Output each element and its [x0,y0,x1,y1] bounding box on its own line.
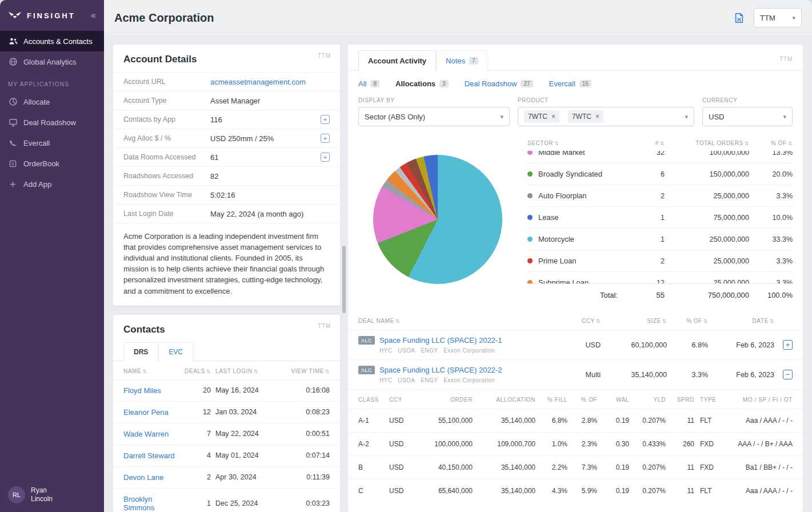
product-select[interactable]: 7WTC × 7WTC × ▾ [518,107,694,126]
col-label: # [655,140,659,146]
col-header-ccy[interactable]: CCY [389,397,417,403]
col-header-order[interactable]: Order [417,397,473,403]
page-title: Acme Corporation [114,11,214,25]
contact-name-link[interactable]: Brooklyn Simmons [123,495,179,512]
tranche-ccy: USD [389,417,417,425]
filter-label: Allocations [395,79,435,88]
col-header-sector[interactable]: Sector⇅ [527,140,633,146]
col-header-wal[interactable]: WAL [597,397,629,403]
add-metric-button[interactable]: + [321,153,330,162]
col-header-pct-of[interactable]: % of⇅ [749,140,793,146]
collapse-deal-button[interactable]: − [783,370,793,379]
filter-all[interactable]: All 8 [358,79,379,88]
period-select[interactable]: TTM ▾ [754,8,802,27]
scrollbar-thumb[interactable] [342,246,346,313]
account-url-link[interactable]: acmeassetmanagement.com [210,78,306,86]
tab-notes[interactable]: Notes 7 [436,50,488,71]
tab-evc[interactable]: EVC [158,342,193,361]
export-xls-button[interactable] [734,13,745,23]
contact-row: Darrell Steward 4 May 01, 2024 0:07:14 [113,445,340,466]
col-label: CCY [389,397,402,403]
sector-count: 1 [633,214,665,222]
col-header-ccy[interactable]: CCY⇅ [565,318,601,324]
filter-label: All [358,79,366,88]
tranche-pct: 7.3% [567,463,597,471]
col-header-deals[interactable]: Deals⇅ [182,368,211,374]
deal-ccy: USD [565,341,601,349]
tranche-type: FXD [694,440,726,448]
chevron-down-icon: ▾ [783,113,786,121]
sidebar-item-global-analytics[interactable]: Global Analytics [0,51,104,72]
col-header-sprd[interactable]: SPRD [666,397,694,403]
col-header-type[interactable]: Type [694,397,726,403]
remove-chip-icon[interactable]: × [595,113,599,120]
col-header-allocation[interactable]: Allocation [473,397,535,403]
detail-label: Avg Alloc $ / % [123,134,210,142]
sector-table-header: Sector⇅ #⇅ Total Orders⇅ % of⇅ [527,138,793,151]
detail-label: Roadshows Accessed [123,172,210,180]
contact-name-link[interactable]: Eleanor Pena [123,408,179,417]
col-header-name[interactable]: Name⇅ [123,368,179,374]
col-header-pct-of[interactable]: % of [567,397,597,403]
deal-type-badge: ALC [358,366,375,374]
deal-name-link[interactable]: Space Funding LLC (SPACE) 2022-2 [379,366,502,374]
sector-row: Lease 1 75,000,000 10.0% [527,207,793,229]
sector-name: Broadly Syndicated [538,170,602,178]
contact-name-link[interactable]: Devon Lane [123,473,179,482]
contact-row: Wade Warren 7 May 22, 2024 0:00:51 [113,423,340,445]
col-header-total-orders[interactable]: Total Orders⇅ [665,140,749,146]
filter-evercall[interactable]: Evercall 15 [549,79,591,88]
detail-label: Data Rooms Accessed [123,153,210,161]
remove-chip-icon[interactable]: × [551,113,555,120]
col-header-yld[interactable]: YLD [629,397,666,403]
col-label: Sector [527,140,553,146]
sidebar-item-accounts-contacts[interactable]: Accounts & Contacts [0,31,104,51]
filter-allocations[interactable]: Allocations 3 [395,79,449,88]
main-area: Acme Corporation TTM ▾ TTM Account Detai… [104,0,812,512]
col-header-view-time[interactable]: View Time⇅ [286,368,330,374]
contact-name-link[interactable]: Wade Warren [123,430,179,438]
col-header-pct-of[interactable]: % of⇅ [667,318,708,324]
sidebar-item-orderbook[interactable]: S OrderBook [0,153,104,174]
brand-name: FINSIGHT [27,11,75,20]
col-header-fill[interactable]: % Fill [535,397,567,403]
contact-name-link[interactable]: Floyd Miles [123,386,179,395]
sidebar-item-allocate[interactable]: Allocate [0,91,104,112]
tranche-class: A-1 [358,417,389,425]
col-header-count[interactable]: #⇅ [633,140,665,146]
deal-type-badge: ALC [358,336,375,345]
col-header-size[interactable]: Size⇅ [601,318,667,324]
plus-icon: + [786,341,790,349]
tab-drs[interactable]: DRS [123,342,158,361]
add-metric-button[interactable]: + [321,115,330,124]
deal-name-link[interactable]: Space Funding LLC (SPACE) 2022-1 [379,336,502,345]
tranche-wal: 0.19 [597,487,629,495]
detail-value: 116 [210,115,222,124]
filter-deal-roadshow[interactable]: Deal Roadshow 27 [465,79,533,88]
tranche-type: FXD [694,463,726,471]
expand-deal-button[interactable]: + [783,340,793,350]
detail-label: Roadshow View Time [123,191,210,199]
sidebar-item-evercall[interactable]: Evercall [0,133,104,153]
col-header-ratings[interactable]: MO / SP / FI / OT [726,397,793,403]
sidebar-item-add-app[interactable]: Add App [0,174,104,194]
user-menu[interactable]: RL Ryan Lincoln [0,478,104,512]
col-header-deal-name[interactable]: Deal Name⇅ [358,318,565,324]
col-header-date[interactable]: Date⇅ [708,318,774,324]
add-metric-button[interactable]: + [321,134,330,143]
display-by-select[interactable]: Sector (ABS Only) ▾ [358,107,510,126]
sector-name: Lease [538,213,558,222]
tab-account-activity[interactable]: Account Activity [358,50,436,71]
tranche-type: FLT [694,417,726,425]
currency-select[interactable]: USD ▾ [702,107,793,126]
col-label: % Fill [547,397,567,403]
collapse-sidebar-button[interactable]: « [91,10,96,21]
sector-table-viewport[interactable]: Middle Market 32 100,000,000 13.3% Broad… [527,151,793,283]
contact-last-login: May 22, 2024 [214,430,283,438]
contact-name-link[interactable]: Darrell Steward [123,451,179,460]
col-header-class[interactable]: Class [358,397,389,403]
col-header-last-login[interactable]: Last Login⇅ [214,368,283,374]
contacts-icon [8,37,18,46]
sidebar-item-deal-roadshow[interactable]: Deal Roadshow [0,112,104,133]
col-label: SPRD [677,397,694,403]
